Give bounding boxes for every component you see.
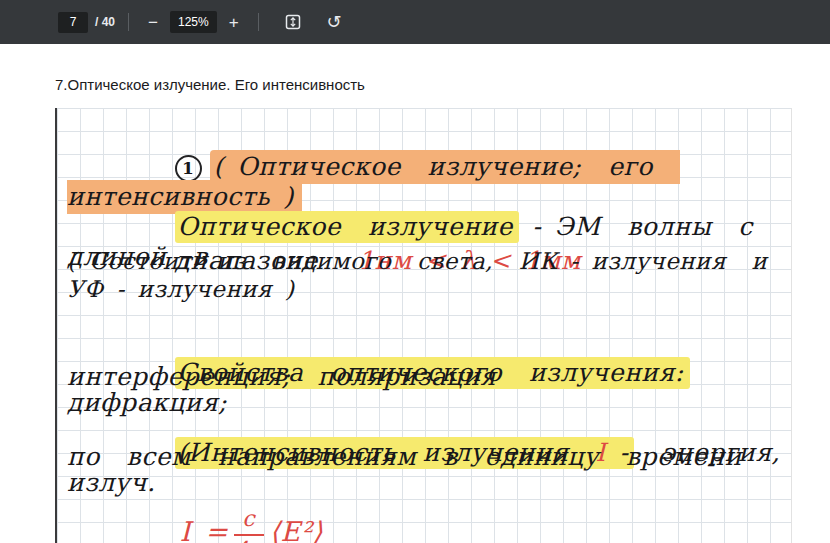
fit-page-button[interactable]	[279, 10, 307, 34]
pdf-page-area: 7.Оптическое излучение. Его интенсивност…	[0, 44, 830, 543]
plus-icon: +	[229, 14, 239, 31]
notebook-page: 1( Оптическое излучение; его интенсивнос…	[55, 108, 792, 543]
rotate-icon: ↺	[327, 13, 342, 31]
intensity-formula-line: I =c4π⟨E²⟩ – интенсивность света	[67, 474, 519, 543]
circled-number: 1	[175, 155, 202, 182]
formula-rhs: ⟨E²⟩	[270, 517, 324, 543]
page-number-input[interactable]: 7	[58, 12, 88, 33]
pdf-viewer: 7 / 40 − 125% + ↺ 7.Оптическое излучение…	[0, 0, 830, 543]
fit-page-icon	[285, 14, 301, 30]
document-title: 7.Оптическое излучение. Его интенсивност…	[55, 76, 365, 93]
pdf-toolbar: 7 / 40 − 125% + ↺	[0, 0, 830, 44]
zoom-in-button[interactable]: +	[223, 10, 245, 35]
note-optical-line3: ( Состоит из видимого света, ИК - излуче…	[67, 248, 767, 276]
page-total-label: / 40	[95, 15, 115, 29]
note-optical-line4: УФ - излучения )	[67, 276, 294, 304]
rotate-button[interactable]: ↺	[321, 9, 348, 35]
note-properties-line2: интерференция; поляризация	[67, 362, 496, 392]
toolbar-divider	[128, 13, 129, 31]
formula-fraction: c4π	[234, 506, 263, 543]
toolbar-divider	[258, 13, 259, 31]
note-intensity-line2: по всем направлениям в единицу времени	[67, 442, 742, 472]
zoom-out-button[interactable]: −	[142, 10, 164, 35]
zoom-level: 125%	[170, 11, 217, 33]
minus-icon: −	[148, 14, 158, 31]
formula-lhs: I =	[180, 517, 228, 543]
